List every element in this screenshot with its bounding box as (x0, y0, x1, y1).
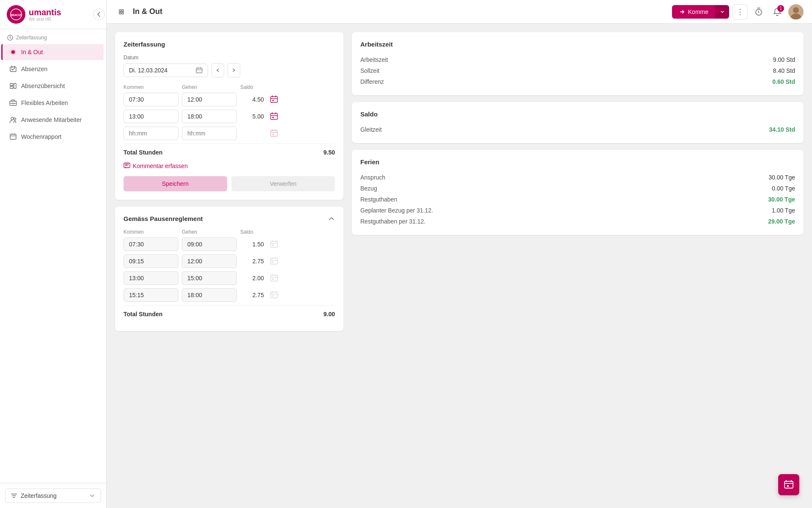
svg-text:ABACUS: ABACUS (11, 14, 22, 17)
svg-rect-6 (10, 83, 13, 86)
kommen-input-2[interactable] (123, 110, 178, 123)
pause-kommen-1[interactable] (123, 237, 178, 251)
svg-point-15 (793, 7, 799, 13)
discard-button[interactable]: Verwerfen (231, 176, 335, 191)
svg-rect-30 (271, 292, 277, 298)
time-icon-3[interactable] (269, 128, 279, 138)
ferien-row-2: Restguthaben 30.00 Tge (360, 194, 795, 204)
pause-gehen-1[interactable] (182, 237, 237, 251)
svg-point-10 (11, 117, 14, 120)
sidebar: ABACUS umantis Wir sind HR. Zeiterfassun… (0, 0, 107, 508)
kommentar-link[interactable]: Kommentar erfassen (123, 163, 335, 169)
komme-button-group: Komme (672, 5, 729, 19)
logo-sub: Wir sind HR. (29, 17, 61, 22)
svg-rect-17 (271, 97, 277, 102)
svg-rect-16 (196, 68, 202, 73)
ferien-row-4: Restguthaben per 31.12. 29.00 Tge (360, 216, 795, 226)
pause-time-row: 1.50 (123, 237, 335, 251)
pausenreglement-card: Gemäss Pausenreglement Kommen Gehen Sald… (115, 207, 343, 331)
sidebar-item-absenzen[interactable]: Absenzen (3, 61, 104, 77)
more-options-button[interactable]: ⋮ (732, 4, 748, 19)
timer-icon-button[interactable] (751, 4, 766, 19)
info-row-gleitzeit: Gleitzeit 34.10 Std (360, 124, 795, 135)
logo-icon: ABACUS (7, 5, 25, 24)
pause-kommen-2[interactable] (123, 254, 178, 268)
left-column: Zeiterfassung Datum Di. 12.03.2024 (115, 32, 343, 500)
svg-rect-27 (272, 262, 274, 263)
date-prev-button[interactable] (211, 63, 224, 77)
date-row: Di. 12.03.2024 (123, 63, 335, 77)
date-input[interactable]: Di. 12.03.2024 (123, 64, 208, 77)
bell-icon-button[interactable]: 1 (770, 4, 785, 19)
pause-time-row: 2.75 (123, 254, 335, 268)
svg-rect-26 (271, 258, 277, 264)
pause-saldo-header: Saldo (240, 229, 266, 235)
kommen-input-1[interactable] (123, 93, 178, 106)
ferien-label-4: Restguthaben per 31.12. (360, 218, 425, 225)
svg-rect-21 (271, 130, 277, 136)
fab-info-button[interactable] (778, 474, 799, 495)
pause-icon-3[interactable] (269, 273, 279, 283)
pausenreglement-header: Gemäss Pausenreglement (123, 215, 335, 222)
topbar-collapse-btn[interactable] (115, 6, 128, 18)
save-button[interactable]: Speichern (123, 176, 227, 191)
pause-saldo-1: 1.50 (240, 241, 266, 248)
arbeitszeit-label-0: Arbeitszeit (360, 56, 388, 63)
pause-gehen-3[interactable] (182, 271, 237, 285)
date-next-button[interactable] (228, 63, 240, 77)
pause-gehen-header: Gehen (182, 229, 237, 235)
pause-kommen-3[interactable] (123, 271, 178, 285)
pause-icon-4[interactable] (269, 290, 279, 300)
saldo-value-1: 4.50 (240, 96, 266, 103)
gehen-input-3[interactable] (182, 127, 237, 140)
pause-saldo-4: 2.75 (240, 292, 266, 298)
pause-total-label: Total Stunden (123, 311, 162, 318)
info-row-sollzeit: Sollzeit 8.40 Std (360, 66, 795, 76)
logo: ABACUS umantis Wir sind HR. (0, 0, 106, 29)
svg-rect-24 (271, 241, 277, 247)
pause-kommen-4[interactable] (123, 288, 178, 302)
pause-gehen-2[interactable] (182, 254, 237, 268)
pausenreglement-collapse-btn[interactable] (328, 215, 335, 222)
komme-button[interactable]: Komme (672, 5, 715, 19)
time-icon-2[interactable] (269, 111, 279, 121)
kommen-header: Kommen (123, 84, 178, 90)
pause-saldo-3: 2.00 (240, 275, 266, 282)
pause-icon-2[interactable] (269, 256, 279, 266)
svg-rect-12 (10, 134, 16, 139)
kommentar-label: Kommentar erfassen (133, 163, 188, 169)
wochenrapport-icon (9, 133, 17, 141)
pausenreglement-title: Gemäss Pausenreglement (123, 215, 203, 222)
sidebar-footer-selector[interactable]: Zeiterfassung (5, 489, 101, 503)
pause-time-row: 2.00 (123, 271, 335, 285)
kommen-input-3[interactable] (123, 127, 178, 140)
saldo-header: Saldo (240, 84, 266, 90)
gehen-input-1[interactable] (182, 93, 237, 106)
gehen-input-2[interactable] (182, 110, 237, 123)
sidebar-item-mitarbeiter-label: Anwesende Mitarbeiter (21, 116, 82, 123)
sidebar-item-absenzuebersicht[interactable]: Absenzübersicht (3, 78, 104, 94)
date-value: Di. 12.03.2024 (129, 67, 167, 74)
arbeitszeit-label-1: Sollzeit (360, 67, 379, 74)
saldo-card: Saldo Gleitzeit 34.10 Std (352, 102, 804, 143)
time-icon-1[interactable] (269, 94, 279, 105)
time-column-headers: Kommen Gehen Saldo (123, 84, 335, 90)
ferien-title: Ferien (360, 158, 795, 166)
pause-kommen-header: Kommen (123, 229, 178, 235)
topbar-right: Komme ⋮ 1 (672, 4, 804, 19)
ferien-value-1: 0.00 Tge (772, 185, 795, 192)
svg-rect-31 (272, 295, 274, 297)
komme-dropdown-button[interactable] (715, 5, 729, 19)
user-avatar[interactable] (788, 4, 804, 19)
pause-gehen-4[interactable] (182, 288, 237, 302)
page-title: In & Out (133, 7, 667, 16)
ferien-row-1: Bezug 0.00 Tge (360, 183, 795, 193)
ferien-value-2: 30.00 Tge (768, 196, 795, 203)
sidebar-item-wochenrapport[interactable]: Wochenrapport (3, 129, 104, 145)
pause-icon-1[interactable] (269, 239, 279, 249)
sidebar-item-flexibles-arbeiten[interactable]: Flexibles Arbeiten (3, 95, 104, 111)
mitarbeiter-icon (9, 116, 17, 124)
sidebar-collapse-btn[interactable] (93, 8, 105, 20)
sidebar-item-in-out[interactable]: In & Out (1, 44, 104, 60)
sidebar-item-anwesende-mitarbeiter[interactable]: Anwesende Mitarbeiter (3, 112, 104, 128)
